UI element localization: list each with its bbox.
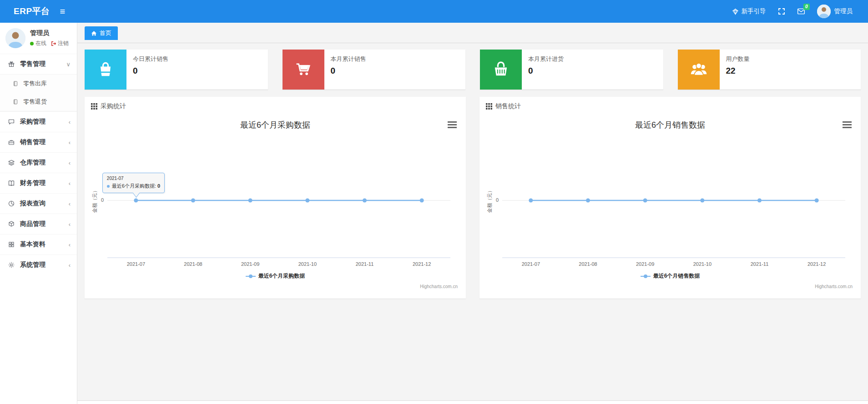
y-axis-tick: 0 [487, 197, 499, 203]
legend-item[interactable]: 最近6个月采购数据 [246, 272, 305, 280]
plot-area [486, 115, 854, 292]
data-point[interactable] [363, 199, 367, 203]
stat-card-label: 用户数量 [726, 55, 750, 63]
chevron-left-icon: ‹ [69, 139, 71, 146]
panel-title: 销售统计 [495, 102, 521, 110]
data-point[interactable] [248, 199, 252, 203]
guide-link[interactable]: 新手引导 [732, 7, 766, 15]
chart-tooltip: 2021-07 最近6个月采购数据: 0 [102, 173, 165, 193]
stat-card-label: 本月累计进货 [528, 55, 564, 63]
sidebar-item-label: 报表查询 [20, 200, 45, 208]
page-footer [77, 400, 868, 404]
mail-badge: 0 [803, 4, 810, 10]
data-point[interactable] [191, 199, 195, 203]
x-axis-label: 2021-11 [751, 261, 769, 267]
x-axis-label: 2021-11 [356, 261, 374, 267]
box-icon [8, 220, 16, 228]
x-axis-label: 2021-09 [636, 261, 654, 267]
logout-link[interactable]: 注销 [51, 40, 69, 47]
chevron-down-icon: ∨ [66, 61, 71, 68]
sidebar-item-warehouse[interactable]: 仓库管理 ‹ [0, 152, 77, 173]
tooltip-category: 2021-07 [107, 176, 160, 181]
sidebar-user-name: 管理员 [30, 29, 69, 37]
fullscreen-icon[interactable] [778, 8, 785, 15]
chevron-left-icon: ‹ [69, 241, 71, 248]
x-axis-label: 2021-10 [298, 261, 317, 267]
sidebar: 管理员 在线 注销 零售管理 ∨ [0, 23, 77, 404]
stat-card-user-count: 用户数量 22 [678, 50, 861, 90]
stat-card-value: 0 [133, 66, 168, 76]
sidebar-toggle-icon[interactable]: ≡ [56, 6, 69, 17]
sidebar-item-retail-return[interactable]: 零售退货 [0, 93, 77, 111]
data-point[interactable] [643, 199, 647, 203]
x-axis-label: 2021-09 [241, 261, 259, 267]
sidebar-item-system[interactable]: 系统管理 ‹ [0, 254, 77, 275]
legend-label: 最近6个月销售数据 [653, 272, 700, 280]
chart-context-menu-icon[interactable] [843, 121, 852, 128]
data-point[interactable] [305, 199, 309, 203]
chevron-left-icon: ‹ [69, 119, 71, 125]
sidebar-item-retail-outbound[interactable]: 零售出库 [0, 75, 77, 93]
x-axis-label: 2021-08 [184, 261, 202, 267]
sidebar-item-label: 财务管理 [20, 179, 45, 187]
online-label: 在线 [35, 40, 46, 47]
chart-context-menu-icon[interactable] [448, 121, 457, 128]
stat-card-label: 本月累计销售 [331, 55, 366, 63]
sidebar-item-goods[interactable]: 商品管理 ‹ [0, 214, 77, 234]
sidebar-menu: 零售管理 ∨ 零售出库 [0, 54, 77, 275]
sidebar-item-sales[interactable]: 销售管理 ‹ [0, 132, 77, 152]
x-axis-label: 2021-08 [579, 261, 597, 267]
tab-home-label: 首页 [100, 29, 111, 37]
data-point[interactable] [815, 199, 819, 203]
submenu-item-label: 零售退货 [23, 98, 47, 106]
sidebar-item-retail[interactable]: 零售管理 ∨ [0, 54, 77, 74]
stat-card-month-sales: 本月累计销售 0 [283, 50, 466, 90]
data-point[interactable] [529, 199, 533, 203]
chevron-left-icon: ‹ [69, 200, 71, 207]
shopping-bag-icon [85, 50, 126, 90]
stat-card-value: 22 [726, 66, 750, 76]
panel-title: 采购统计 [101, 102, 126, 110]
x-axis-label: 2021-07 [127, 261, 145, 267]
sidebar-item-basedata[interactable]: 基本资料 ‹ [0, 234, 77, 254]
user-menu[interactable]: 管理员 [817, 5, 853, 18]
x-axis-label: 2021-12 [807, 261, 826, 267]
legend-item[interactable]: 最近6个月销售数据 [641, 272, 700, 280]
briefcase-icon [8, 139, 16, 146]
highcharts-credits[interactable]: Highcharts.com.cn [420, 284, 458, 289]
shopping-cart-icon [283, 50, 324, 90]
guide-label: 新手引导 [742, 7, 766, 15]
sidebar-item-purchase[interactable]: 采购管理 ‹ [0, 111, 77, 132]
gift-icon [8, 60, 16, 68]
submenu-item-label: 零售出库 [23, 80, 47, 88]
sidebar-item-label: 仓库管理 [20, 159, 45, 167]
book-icon [8, 180, 16, 187]
chart-title: 最近6个月采购数据 [91, 120, 459, 130]
highcharts-credits[interactable]: Highcharts.com.cn [815, 284, 853, 289]
sidebar-avatar[interactable] [5, 28, 25, 48]
sidebar-item-reports[interactable]: 报表查询 ‹ [0, 193, 77, 214]
data-point[interactable] [586, 199, 590, 203]
chevron-left-icon: ‹ [69, 180, 71, 187]
data-point[interactable] [420, 199, 424, 203]
sidebar-item-finance[interactable]: 财务管理 ‹ [0, 173, 77, 193]
x-axis-label: 2021-10 [693, 261, 712, 267]
top-navbar: ERP平台 ≡ 新手引导 0 [0, 0, 868, 23]
tab-home[interactable]: 首页 [85, 26, 118, 40]
data-point[interactable] [757, 199, 762, 203]
data-point[interactable] [134, 199, 138, 203]
panels-row: 采购统计 最近6个月采购数据 金额（元） 0 最近6个月采购数据 Highcha… [85, 97, 861, 299]
x-axis-label: 2021-07 [522, 261, 540, 267]
pie-chart-icon [8, 200, 16, 207]
data-point[interactable] [700, 199, 704, 203]
mail-icon[interactable]: 0 [797, 8, 805, 15]
stat-card-value: 0 [528, 66, 564, 76]
sidebar-item-label: 商品管理 [20, 220, 45, 228]
brand-logo[interactable]: ERP平台 [0, 5, 56, 17]
purchase-stats-panel: 采购统计 最近6个月采购数据 金额（元） 0 最近6个月采购数据 Highcha… [85, 97, 466, 299]
document-icon [12, 80, 20, 87]
gear-icon [8, 261, 16, 269]
basket-icon [480, 50, 522, 90]
document-icon [12, 99, 20, 105]
chart-title: 最近6个月销售数据 [486, 120, 854, 130]
